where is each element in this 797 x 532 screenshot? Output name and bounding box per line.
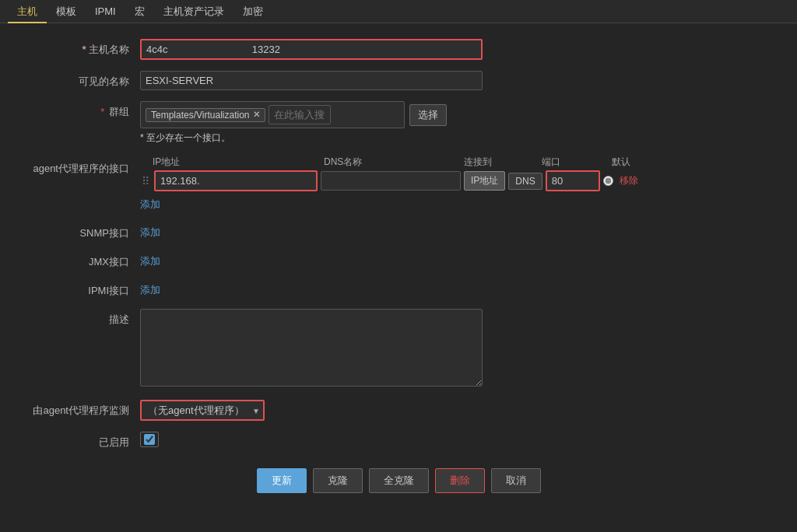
agent-interface-section: agent代理程序的接口 IP地址 DNS名称 连接到 端口 默认 ⠿ IP地址… xyxy=(16,156,781,212)
host-name-label: ** 主机名称 xyxy=(16,39,140,57)
snmp-interface-row: SNMP接口 添加 xyxy=(16,222,781,240)
select-group-button[interactable]: 选择 xyxy=(409,104,447,126)
visible-name-input[interactable] xyxy=(140,71,483,90)
nav-macro[interactable]: 宏 xyxy=(125,0,154,23)
description-row: 描述 xyxy=(16,309,781,389)
host-name-row: ** 主机名称 xyxy=(16,39,781,60)
cancel-button[interactable]: 取消 xyxy=(491,468,541,493)
enabled-label: 已启用 xyxy=(16,432,140,450)
dns-name-input[interactable] xyxy=(321,171,461,191)
enabled-checkbox[interactable] xyxy=(144,434,155,445)
enabled-checkbox-border xyxy=(140,432,159,447)
ipmi-interface-row: IPMI接口 添加 xyxy=(16,280,781,298)
col-default-header: 默认 xyxy=(612,156,651,169)
ipmi-interface-wrap: 添加 xyxy=(140,280,576,297)
default-interface-radio[interactable] xyxy=(603,176,613,186)
agent-interface-label: agent代理程序的接口 xyxy=(16,156,140,176)
add-ipmi-link[interactable]: 添加 xyxy=(140,283,160,297)
col-port-header: 端口 xyxy=(542,156,612,169)
add-snmp-link[interactable]: 添加 xyxy=(140,226,160,240)
add-jmx-link[interactable]: 添加 xyxy=(140,254,160,268)
groups-wrap: Templates/Virtualization ✕ 选择 * 至少存在一个接口… xyxy=(140,101,576,145)
connect-dns-button[interactable]: DNS xyxy=(508,173,542,190)
interface-table-header: IP地址 DNS名称 连接到 端口 默认 xyxy=(140,156,781,169)
snmp-interface-wrap: 添加 xyxy=(140,222,576,240)
add-agent-interface-link[interactable]: 添加 xyxy=(140,198,160,212)
nav-host[interactable]: 主机 xyxy=(8,0,47,23)
bottom-buttons: 更新 克隆 全克隆 删除 取消 xyxy=(16,468,781,501)
main-form: ** 主机名称 可见的名称 * 群组 Templates/Virtualizat… xyxy=(0,23,797,532)
host-name-wrap xyxy=(140,39,576,60)
agent-monitor-wrap: （无agent代理程序） ▼ xyxy=(140,400,576,421)
visible-name-wrap xyxy=(140,71,576,90)
groups-label: * 群组 xyxy=(16,101,140,119)
col-conn-header: 连接到 xyxy=(464,156,542,169)
agent-interface-content: IP地址 DNS名称 连接到 端口 默认 ⠿ IP地址 DNS 移除 添加 xyxy=(140,156,781,212)
port-input[interactable] xyxy=(546,170,600,191)
nav-encrypt[interactable]: 加密 xyxy=(233,0,272,23)
host-name-input[interactable] xyxy=(140,39,483,60)
group-tags-area[interactable]: Templates/Virtualization ✕ xyxy=(140,101,405,128)
visible-name-row: 可见的名称 xyxy=(16,71,781,90)
group-search-input[interactable] xyxy=(269,105,331,124)
drag-handle-icon[interactable]: ⠿ xyxy=(140,175,151,187)
connect-ip-button[interactable]: IP地址 xyxy=(464,171,505,191)
ip-address-input[interactable] xyxy=(154,170,318,191)
description-label: 描述 xyxy=(16,309,140,327)
interface-row: ⠿ IP地址 DNS 移除 xyxy=(140,170,781,191)
visible-name-label: 可见的名称 xyxy=(16,71,140,89)
update-button[interactable]: 更新 xyxy=(257,468,307,493)
delete-button[interactable]: 删除 xyxy=(435,468,485,493)
group-box: Templates/Virtualization ✕ 选择 xyxy=(140,101,576,128)
agent-monitor-row: 由agent代理程序监测 （无agent代理程序） ▼ xyxy=(16,400,781,421)
description-textarea[interactable] xyxy=(140,309,483,387)
enabled-row: 已启用 xyxy=(16,432,781,450)
nav-ipmi[interactable]: IPMI xyxy=(86,0,125,23)
ipmi-interface-label: IPMI接口 xyxy=(16,280,140,298)
group-tag: Templates/Virtualization ✕ xyxy=(146,108,265,122)
jmx-interface-row: JMX接口 添加 xyxy=(16,251,781,269)
jmx-interface-label: JMX接口 xyxy=(16,251,140,269)
full-clone-button[interactable]: 全克隆 xyxy=(369,468,429,493)
nav-asset[interactable]: 主机资产记录 xyxy=(154,0,233,23)
jmx-interface-wrap: 添加 xyxy=(140,251,576,268)
snmp-interface-label: SNMP接口 xyxy=(16,222,140,240)
col-ip-header: IP地址 xyxy=(153,156,324,169)
agent-monitor-label: 由agent代理程序监测 xyxy=(16,400,140,418)
enabled-wrap xyxy=(140,432,576,447)
group-tag-label: Templates/Virtualization xyxy=(151,110,250,121)
group-tag-remove[interactable]: ✕ xyxy=(253,110,260,120)
col-dns-header: DNS名称 xyxy=(324,156,464,169)
top-navigation: 主机 模板 IPMI 宏 主机资产记录 加密 xyxy=(0,0,797,23)
agent-monitor-select-wrap: （无agent代理程序） ▼ xyxy=(140,400,265,421)
at-least-one-message: * 至少存在一个接口。 xyxy=(140,131,576,145)
groups-row: * 群组 Templates/Virtualization ✕ 选择 * 至少存… xyxy=(16,101,781,145)
description-wrap xyxy=(140,309,576,389)
agent-monitor-select[interactable]: （无agent代理程序） xyxy=(140,400,265,421)
remove-interface-link[interactable]: 移除 xyxy=(620,174,638,187)
clone-button[interactable]: 克隆 xyxy=(313,468,363,493)
nav-template[interactable]: 模板 xyxy=(47,0,86,23)
